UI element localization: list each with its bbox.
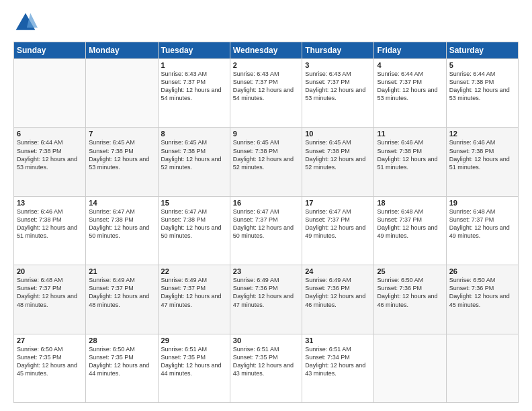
calendar-cell: 20Sunrise: 6:48 AMSunset: 7:37 PMDayligh…	[14, 265, 86, 334]
day-number: 19	[449, 199, 515, 207]
calendar-cell: 31Sunrise: 6:51 AMSunset: 7:34 PMDayligh…	[302, 334, 374, 402]
calendar-cell: 16Sunrise: 6:47 AMSunset: 7:37 PMDayligh…	[230, 196, 302, 265]
calendar-cell: 11Sunrise: 6:46 AMSunset: 7:38 PMDayligh…	[374, 128, 446, 196]
calendar-cell: 7Sunrise: 6:45 AMSunset: 7:38 PMDaylight…	[86, 128, 158, 196]
day-number: 29	[161, 336, 227, 345]
day-number: 21	[89, 267, 154, 275]
calendar-cell: 15Sunrise: 6:47 AMSunset: 7:38 PMDayligh…	[158, 196, 230, 265]
day-number: 1	[161, 61, 227, 69]
day-number: 31	[305, 336, 371, 345]
calendar-cell	[374, 334, 446, 402]
day-info: Sunrise: 6:51 AMSunset: 7:35 PMDaylight:…	[233, 345, 299, 378]
calendar-week-1: 1Sunrise: 6:43 AMSunset: 7:37 PMDaylight…	[14, 59, 519, 128]
day-number: 3	[305, 61, 371, 69]
day-info: Sunrise: 6:50 AMSunset: 7:35 PMDaylight:…	[89, 345, 154, 378]
calendar-cell: 1Sunrise: 6:43 AMSunset: 7:37 PMDaylight…	[158, 59, 230, 128]
day-number: 28	[89, 336, 154, 345]
calendar-cell: 22Sunrise: 6:49 AMSunset: 7:37 PMDayligh…	[158, 265, 230, 334]
calendar-cell	[14, 59, 86, 128]
calendar-header-row: SundayMondayTuesdayWednesdayThursdayFrid…	[14, 42, 519, 59]
day-number: 24	[305, 267, 371, 275]
day-number: 8	[161, 130, 227, 138]
day-info: Sunrise: 6:45 AMSunset: 7:38 PMDaylight:…	[233, 138, 299, 171]
calendar-cell: 4Sunrise: 6:44 AMSunset: 7:37 PMDaylight…	[374, 59, 446, 128]
calendar-cell: 8Sunrise: 6:45 AMSunset: 7:38 PMDaylight…	[158, 128, 230, 196]
day-info: Sunrise: 6:50 AMSunset: 7:36 PMDaylight:…	[377, 276, 443, 309]
day-info: Sunrise: 6:47 AMSunset: 7:37 PMDaylight:…	[233, 208, 299, 240]
calendar-cell: 25Sunrise: 6:50 AMSunset: 7:36 PMDayligh…	[374, 265, 446, 334]
day-number: 13	[17, 199, 83, 207]
calendar-week-3: 13Sunrise: 6:46 AMSunset: 7:38 PMDayligh…	[14, 196, 519, 265]
day-number: 17	[305, 199, 371, 207]
calendar-cell: 13Sunrise: 6:46 AMSunset: 7:38 PMDayligh…	[14, 196, 86, 265]
day-number: 15	[161, 199, 227, 207]
day-number: 20	[17, 267, 83, 275]
column-header-friday: Friday	[374, 42, 446, 59]
day-info: Sunrise: 6:49 AMSunset: 7:36 PMDaylight:…	[233, 276, 299, 309]
calendar-cell: 3Sunrise: 6:43 AMSunset: 7:37 PMDaylight…	[302, 59, 374, 128]
calendar-cell: 10Sunrise: 6:45 AMSunset: 7:38 PMDayligh…	[302, 128, 374, 196]
column-header-saturday: Saturday	[446, 42, 518, 59]
day-number: 25	[377, 267, 443, 275]
day-number: 30	[233, 336, 299, 345]
day-info: Sunrise: 6:47 AMSunset: 7:37 PMDaylight:…	[305, 208, 371, 240]
column-header-thursday: Thursday	[302, 42, 374, 59]
calendar-table: SundayMondayTuesdayWednesdayThursdayFrid…	[13, 42, 519, 403]
day-info: Sunrise: 6:50 AMSunset: 7:35 PMDaylight:…	[17, 345, 83, 378]
day-number: 22	[161, 267, 227, 275]
day-info: Sunrise: 6:50 AMSunset: 7:36 PMDaylight:…	[449, 276, 515, 309]
calendar-cell: 28Sunrise: 6:50 AMSunset: 7:35 PMDayligh…	[86, 334, 158, 402]
calendar-cell: 24Sunrise: 6:49 AMSunset: 7:36 PMDayligh…	[302, 265, 374, 334]
calendar-cell: 30Sunrise: 6:51 AMSunset: 7:35 PMDayligh…	[230, 334, 302, 402]
day-number: 7	[89, 130, 154, 138]
page: SundayMondayTuesdayWednesdayThursdayFrid…	[0, 0, 532, 411]
calendar-cell: 14Sunrise: 6:47 AMSunset: 7:38 PMDayligh…	[86, 196, 158, 265]
column-header-wednesday: Wednesday	[230, 42, 302, 59]
day-number: 18	[377, 199, 443, 207]
header	[13, 11, 519, 35]
day-info: Sunrise: 6:47 AMSunset: 7:38 PMDaylight:…	[161, 208, 227, 240]
calendar-cell	[446, 334, 518, 402]
day-info: Sunrise: 6:44 AMSunset: 7:37 PMDaylight:…	[377, 70, 443, 103]
day-number: 6	[17, 130, 83, 138]
day-number: 26	[449, 267, 515, 275]
column-header-monday: Monday	[86, 42, 158, 59]
day-number: 11	[377, 130, 443, 138]
column-header-sunday: Sunday	[14, 42, 86, 59]
calendar-cell: 26Sunrise: 6:50 AMSunset: 7:36 PMDayligh…	[446, 265, 518, 334]
day-info: Sunrise: 6:45 AMSunset: 7:38 PMDaylight:…	[89, 138, 154, 171]
day-info: Sunrise: 6:51 AMSunset: 7:34 PMDaylight:…	[305, 345, 371, 378]
calendar-cell: 18Sunrise: 6:48 AMSunset: 7:37 PMDayligh…	[374, 196, 446, 265]
day-info: Sunrise: 6:43 AMSunset: 7:37 PMDaylight:…	[233, 70, 299, 103]
calendar-cell: 27Sunrise: 6:50 AMSunset: 7:35 PMDayligh…	[14, 334, 86, 402]
calendar-cell: 19Sunrise: 6:48 AMSunset: 7:37 PMDayligh…	[446, 196, 518, 265]
day-number: 27	[17, 336, 83, 345]
day-info: Sunrise: 6:51 AMSunset: 7:35 PMDaylight:…	[161, 345, 227, 378]
calendar-cell: 9Sunrise: 6:45 AMSunset: 7:38 PMDaylight…	[230, 128, 302, 196]
day-info: Sunrise: 6:49 AMSunset: 7:36 PMDaylight:…	[305, 276, 371, 309]
calendar-week-5: 27Sunrise: 6:50 AMSunset: 7:35 PMDayligh…	[14, 334, 519, 402]
day-number: 10	[305, 130, 371, 138]
day-number: 9	[233, 130, 299, 138]
day-info: Sunrise: 6:49 AMSunset: 7:37 PMDaylight:…	[161, 276, 227, 309]
day-info: Sunrise: 6:46 AMSunset: 7:38 PMDaylight:…	[449, 138, 515, 171]
calendar-cell: 5Sunrise: 6:44 AMSunset: 7:38 PMDaylight…	[446, 59, 518, 128]
calendar-cell: 2Sunrise: 6:43 AMSunset: 7:37 PMDaylight…	[230, 59, 302, 128]
day-number: 2	[233, 61, 299, 69]
day-info: Sunrise: 6:49 AMSunset: 7:37 PMDaylight:…	[89, 276, 154, 309]
day-info: Sunrise: 6:46 AMSunset: 7:38 PMDaylight:…	[17, 208, 83, 240]
calendar-week-4: 20Sunrise: 6:48 AMSunset: 7:37 PMDayligh…	[14, 265, 519, 334]
calendar-cell: 23Sunrise: 6:49 AMSunset: 7:36 PMDayligh…	[230, 265, 302, 334]
day-info: Sunrise: 6:46 AMSunset: 7:38 PMDaylight:…	[377, 138, 443, 171]
logo	[13, 11, 42, 35]
day-info: Sunrise: 6:43 AMSunset: 7:37 PMDaylight:…	[305, 70, 371, 103]
calendar-cell: 6Sunrise: 6:44 AMSunset: 7:38 PMDaylight…	[14, 128, 86, 196]
day-number: 23	[233, 267, 299, 275]
day-info: Sunrise: 6:48 AMSunset: 7:37 PMDaylight:…	[377, 208, 443, 240]
calendar-cell: 21Sunrise: 6:49 AMSunset: 7:37 PMDayligh…	[86, 265, 158, 334]
day-info: Sunrise: 6:44 AMSunset: 7:38 PMDaylight:…	[17, 138, 83, 171]
calendar-week-2: 6Sunrise: 6:44 AMSunset: 7:38 PMDaylight…	[14, 128, 519, 196]
day-info: Sunrise: 6:44 AMSunset: 7:38 PMDaylight:…	[449, 70, 515, 103]
day-info: Sunrise: 6:45 AMSunset: 7:38 PMDaylight:…	[305, 138, 371, 171]
calendar-cell: 17Sunrise: 6:47 AMSunset: 7:37 PMDayligh…	[302, 196, 374, 265]
